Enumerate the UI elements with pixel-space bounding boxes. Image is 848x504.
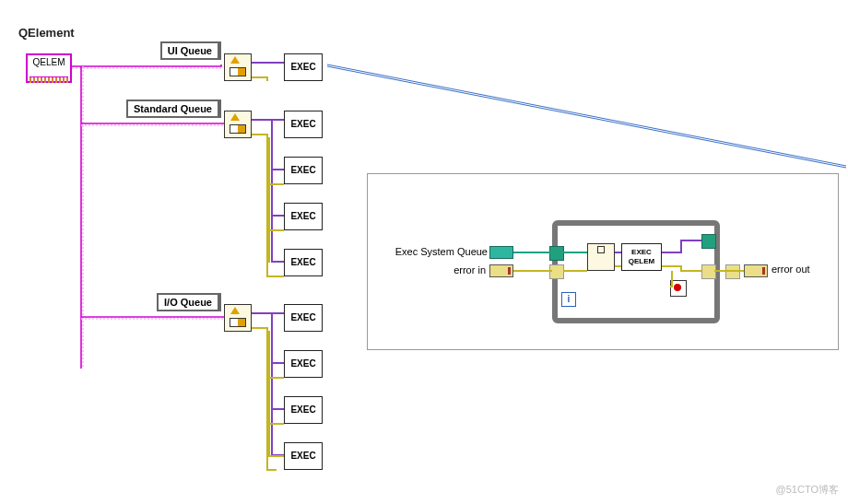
- queue-tunnel-in[interactable]: [549, 246, 564, 261]
- exec-ui-0[interactable]: EXEC: [284, 53, 323, 81]
- while-loop[interactable]: [552, 220, 720, 323]
- io-queue-label: I/O Queue: [157, 293, 221, 311]
- exec-io-2[interactable]: EXEC: [284, 396, 323, 424]
- error-in-terminal[interactable]: [489, 264, 513, 277]
- error-out-terminal[interactable]: [744, 264, 768, 277]
- qelem-text: QELEM: [32, 57, 65, 67]
- error-tunnel-out[interactable]: [701, 264, 716, 279]
- detail-panel: Exec System Queue error in EXEC QELEM i …: [367, 173, 839, 350]
- exec-io-0[interactable]: EXEC: [284, 304, 323, 332]
- dequeue-standard[interactable]: [224, 111, 252, 138]
- dequeue-ui[interactable]: [224, 53, 252, 81]
- queue-tunnel-out[interactable]: [701, 234, 716, 249]
- standard-queue-label: Standard Queue: [126, 100, 221, 118]
- qelem-terminal[interactable]: QELEM: [26, 53, 72, 83]
- exec-qelem-line2: QELEM: [629, 257, 654, 265]
- watermark: @51CTO博客: [776, 483, 839, 497]
- exec-io-1[interactable]: EXEC: [284, 350, 323, 378]
- dequeue-subvi[interactable]: [587, 243, 615, 271]
- dequeue-io[interactable]: [224, 304, 252, 332]
- exec-std-1[interactable]: EXEC: [284, 157, 323, 184]
- error-tunnel-in[interactable]: [549, 264, 564, 279]
- exec-qelem-line1: EXEC: [631, 248, 652, 256]
- svg-line-0: [327, 64, 846, 166]
- exec-system-queue-label: Exec System Queue: [386, 246, 488, 257]
- ui-queue-label: UI Queue: [160, 41, 221, 60]
- exec-std-2[interactable]: EXEC: [284, 203, 323, 230]
- exec-std-3[interactable]: EXEC: [284, 249, 323, 276]
- error-out-pre: [725, 264, 740, 279]
- exec-io-3[interactable]: EXEC: [284, 442, 323, 470]
- exec-system-queue-terminal[interactable]: [489, 246, 513, 259]
- svg-line-1: [327, 66, 846, 168]
- exec-qelem-subvi[interactable]: EXEC QELEM: [621, 243, 662, 271]
- exec-std-0[interactable]: EXEC: [284, 111, 323, 138]
- error-in-label: error in: [440, 264, 486, 275]
- source-title: QElement: [18, 26, 75, 40]
- loop-counter[interactable]: i: [561, 292, 576, 307]
- loop-stop[interactable]: [670, 280, 687, 297]
- error-out-label: error out: [771, 264, 810, 275]
